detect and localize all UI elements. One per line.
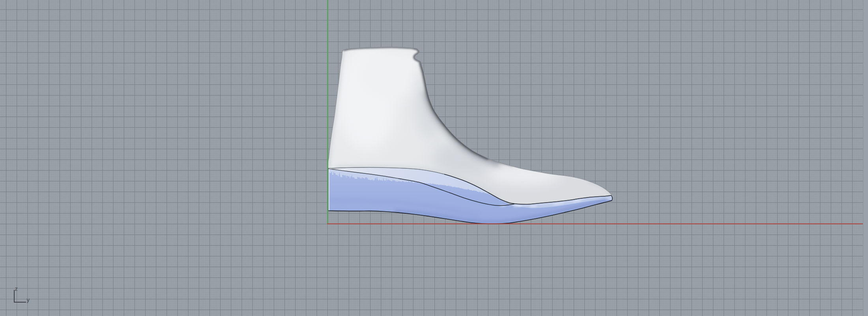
svg-text:y: y — [27, 296, 30, 303]
svg-text:z: z — [15, 285, 18, 292]
